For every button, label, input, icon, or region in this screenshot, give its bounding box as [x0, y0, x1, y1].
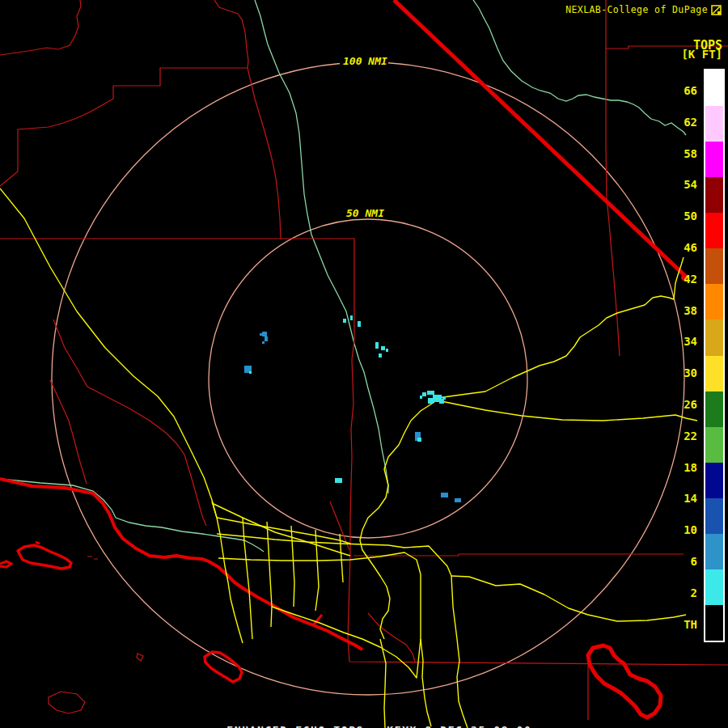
scale-label: 58: [660, 147, 697, 160]
scale-segment: [705, 605, 723, 641]
county-line: [353, 554, 684, 556]
range-ring-100nmi: [52, 62, 684, 695]
radar-echo: [455, 498, 461, 502]
cod-logo-icon: [711, 5, 722, 15]
inner-ring-label: 50 NMI: [346, 207, 384, 219]
legend-title: TOPS [K FT]: [681, 41, 722, 59]
island-outline: [0, 561, 11, 567]
scale-label: 10: [660, 523, 697, 536]
scale-segment: [705, 284, 723, 320]
scale-segment: [705, 534, 723, 569]
status-bar: ENHANCED ECHO TOPS - KEYX 9 DEC 25 09:00: [0, 712, 728, 728]
scale-segment: [705, 392, 723, 427]
island-outline: [137, 654, 143, 661]
island-outline: [36, 542, 40, 544]
radar-echo: [428, 398, 434, 404]
road: [218, 552, 431, 726]
scale-label: 6: [660, 555, 697, 568]
range-ring-50nmi: [209, 219, 527, 538]
scale-label: TH: [660, 618, 697, 631]
county-line: [50, 380, 87, 484]
radar-echo: [358, 321, 361, 327]
radar-echo: [260, 333, 262, 336]
scale-label: 26: [660, 398, 697, 411]
road: [438, 400, 697, 421]
scale-label: 62: [660, 116, 697, 129]
county-line: [214, 0, 248, 68]
radar-echo: [381, 346, 385, 350]
river: [473, 0, 686, 135]
range-rings: [52, 62, 684, 695]
radar-echo: [265, 336, 268, 341]
radar-echo: [249, 371, 252, 374]
scale-label: 14: [660, 492, 697, 505]
coastline: [0, 479, 362, 650]
header: NEXLAB-College of DuPage: [565, 4, 722, 15]
radar-echo: [350, 315, 353, 320]
radar-echo: [420, 396, 422, 399]
island-outline: [87, 557, 98, 559]
river-lines: [8, 0, 686, 552]
scale-label: 2: [660, 586, 697, 599]
road: [360, 402, 434, 639]
scale-segment: [705, 427, 723, 463]
ring-labels: 100 NMI 50 NMI: [340, 53, 388, 219]
scale-label: 18: [660, 461, 697, 474]
river: [8, 480, 264, 552]
island-outline: [588, 645, 661, 717]
island-outline: [205, 652, 242, 682]
radar-echo: [262, 332, 267, 336]
page-title: NEXLAB-College of DuPage: [565, 4, 708, 15]
road: [451, 576, 686, 621]
radar-echo: [442, 396, 446, 400]
radar-echo: [427, 391, 434, 395]
road: [451, 576, 468, 728]
scale-label: 38: [660, 304, 697, 317]
radar-echo: [441, 493, 448, 497]
road: [0, 188, 217, 518]
scale-label: 42: [660, 273, 697, 286]
scale-label: 54: [660, 178, 697, 191]
county-line: [53, 320, 206, 526]
radar-echo: [417, 438, 421, 442]
radar-echo: [343, 319, 346, 323]
road: [438, 257, 684, 398]
radar-echo: [262, 341, 265, 344]
scale-segment: [705, 177, 723, 213]
county-lines: [0, 0, 728, 720]
scale-segment: [705, 142, 723, 177]
legend-title-line2: [K FT]: [681, 50, 722, 59]
color-scale-bar: [704, 69, 725, 642]
county-line: [0, 0, 81, 55]
radar-echo: [375, 342, 379, 349]
scale-segment: [705, 320, 723, 355]
road: [212, 502, 243, 643]
scale-segment: [705, 70, 723, 106]
radar-map: 100 NMI 50 NMI: [0, 0, 728, 728]
scale-label: 22: [660, 430, 697, 442]
scale-label: 66: [660, 84, 697, 97]
scale-label: 34: [660, 335, 697, 348]
island-outline: [49, 692, 85, 713]
road: [267, 522, 272, 627]
scale-segment: [705, 463, 723, 498]
radar-echo: [335, 478, 342, 483]
scale-segment: [705, 213, 723, 248]
scale-label: 46: [660, 241, 697, 254]
scale-segment: [705, 498, 723, 534]
product-status-text: ENHANCED ECHO TOPS - KEYX 9 DEC 25 09:00: [226, 724, 531, 728]
radar-display: 100 NMI 50 NMI NEXLAB-College of DuPage …: [0, 0, 728, 728]
outer-ring-label: 100 NMI: [343, 55, 387, 67]
scale-label: 50: [660, 210, 697, 222]
road: [217, 534, 451, 576]
county-line: [0, 68, 281, 239]
river: [255, 0, 388, 493]
radar-echo: [386, 349, 388, 352]
radar-echo: [422, 392, 426, 396]
scale-segment: [705, 248, 723, 284]
scale-segment: [705, 569, 723, 605]
county-line: [0, 239, 728, 665]
scale-segment: [705, 106, 723, 142]
island-outline: [18, 545, 71, 569]
scale-segment: [705, 356, 723, 392]
